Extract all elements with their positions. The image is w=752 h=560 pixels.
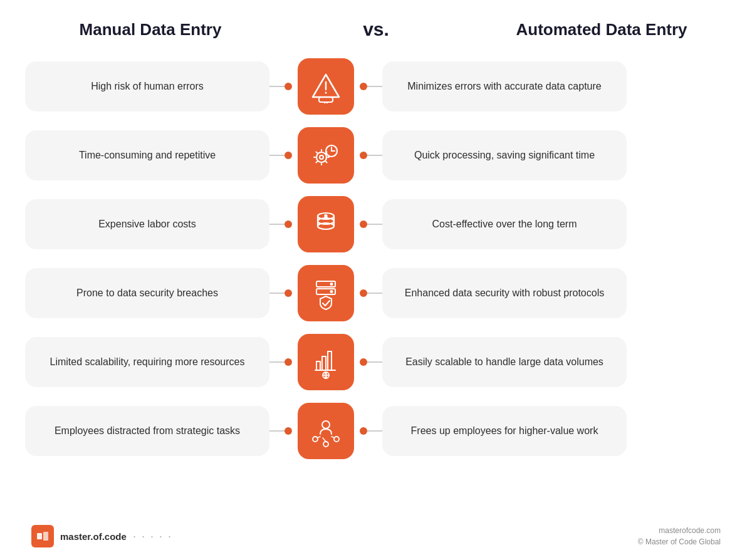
- page: Manual Data Entry vs. Automated Data Ent…: [0, 0, 752, 560]
- right-text-4: Enhanced data security with robust proto…: [405, 286, 604, 300]
- right-dot-2: [360, 152, 367, 159]
- right-text-5: Easily scalable to handle large data vol…: [405, 355, 603, 369]
- network-person-icon: [309, 414, 343, 448]
- automated-title: Automated Data Entry: [495, 20, 708, 39]
- left-box-1: High risk of human errors: [25, 61, 269, 111]
- svg-line-30: [323, 438, 326, 442]
- left-box-5: Limited scalability, requiring more reso…: [25, 337, 269, 387]
- table-row: Expensive labor costs: [25, 193, 727, 256]
- logo-dots: · · · · ·: [133, 530, 172, 543]
- right-box-6: Frees up employees for higher-value work: [382, 406, 627, 456]
- left-dot-4: [285, 289, 292, 297]
- logo-area: master.of.code · · · · ·: [31, 525, 172, 547]
- table-row: Time-consuming and repetitive: [25, 124, 727, 187]
- logo-icon: [31, 525, 54, 547]
- footer-right: masterofcode.com © Master of Code Global: [638, 525, 721, 547]
- left-box-2: Time-consuming and repetitive: [25, 130, 269, 180]
- right-box-2: Quick processing, saving significant tim…: [382, 130, 627, 180]
- right-dot-6: [360, 427, 367, 435]
- svg-rect-22: [328, 351, 332, 370]
- icon-box-3: $: [298, 196, 354, 252]
- right-dot-3: [360, 220, 367, 228]
- table-row: Employees distracted from strategic task…: [25, 400, 727, 462]
- svg-point-18: [331, 283, 333, 285]
- logo-name: master.of.code: [60, 531, 127, 542]
- svg-point-19: [331, 291, 333, 293]
- left-text-6: Employees distracted from strategic task…: [55, 424, 240, 438]
- svg-point-3: [316, 152, 326, 162]
- svg-point-1: [325, 92, 327, 94]
- right-text-2: Quick processing, saving significant tim…: [414, 148, 595, 162]
- left-dot-2: [285, 152, 292, 159]
- chart-globe-icon: [309, 345, 343, 379]
- footer: master.of.code · · · · · masterofcode.co…: [25, 519, 727, 547]
- icon-box-5: [298, 334, 354, 390]
- right-box-5: Easily scalable to handle large data vol…: [382, 337, 627, 387]
- left-dot-1: [285, 83, 292, 90]
- right-box-3: Cost-effective over the long term: [382, 199, 627, 249]
- left-dot-6: [285, 427, 292, 435]
- svg-point-4: [320, 155, 323, 159]
- vs-label: vs.: [338, 19, 414, 40]
- brand-logo-icon: [36, 529, 50, 543]
- left-text-5: Limited scalability, requiring more reso…: [50, 355, 245, 369]
- icon-box-4: [298, 265, 354, 321]
- server-shield-icon: [309, 276, 343, 310]
- icon-box-1: [298, 58, 354, 115]
- warning-icon: [309, 70, 343, 103]
- left-text-2: Time-consuming and repetitive: [79, 148, 216, 162]
- left-dot-5: [285, 358, 292, 366]
- table-row: Limited scalability, requiring more reso…: [25, 331, 727, 393]
- svg-point-27: [323, 442, 328, 447]
- svg-rect-32: [37, 533, 42, 539]
- manual-title: Manual Data Entry: [44, 20, 257, 39]
- left-box-6: Employees distracted from strategic task…: [25, 406, 269, 456]
- clock-gear-icon: [309, 138, 343, 172]
- right-text-1: Minimizes errors with accurate data capt…: [407, 80, 601, 93]
- left-text-4: Prone to data security breaches: [76, 286, 218, 300]
- svg-line-31: [332, 437, 335, 438]
- svg-line-29: [317, 437, 320, 438]
- footer-copyright: © Master of Code Global: [638, 536, 721, 547]
- right-box-1: Minimizes errors with accurate data capt…: [382, 61, 627, 111]
- table-row: Prone to data security breaches: [25, 262, 727, 324]
- left-text-1: High risk of human errors: [91, 80, 204, 93]
- header: Manual Data Entry vs. Automated Data Ent…: [25, 19, 727, 40]
- svg-point-26: [313, 437, 318, 442]
- icon-box-6: [298, 403, 354, 459]
- svg-point-25: [322, 421, 330, 428]
- left-box-4: Prone to data security breaches: [25, 268, 269, 318]
- svg-point-28: [334, 437, 339, 442]
- right-dot-1: [360, 83, 367, 90]
- right-text-6: Frees up employees for higher-value work: [411, 424, 598, 438]
- left-dot-3: [285, 220, 292, 228]
- right-box-4: Enhanced data security with robust proto…: [382, 268, 627, 318]
- comparison-table: High risk of human errors: [25, 55, 727, 519]
- table-row: High risk of human errors: [25, 55, 727, 118]
- right-dot-5: [360, 358, 367, 366]
- svg-text:$: $: [325, 214, 327, 219]
- svg-rect-20: [316, 361, 320, 370]
- left-box-3: Expensive labor costs: [25, 199, 269, 249]
- left-text-3: Expensive labor costs: [98, 217, 196, 231]
- svg-rect-21: [322, 356, 326, 370]
- right-dot-4: [360, 289, 367, 297]
- footer-site: masterofcode.com: [638, 525, 721, 536]
- coins-icon: $: [309, 207, 343, 241]
- icon-box-2: [298, 127, 354, 184]
- svg-rect-33: [43, 532, 48, 541]
- right-text-3: Cost-effective over the long term: [432, 217, 577, 231]
